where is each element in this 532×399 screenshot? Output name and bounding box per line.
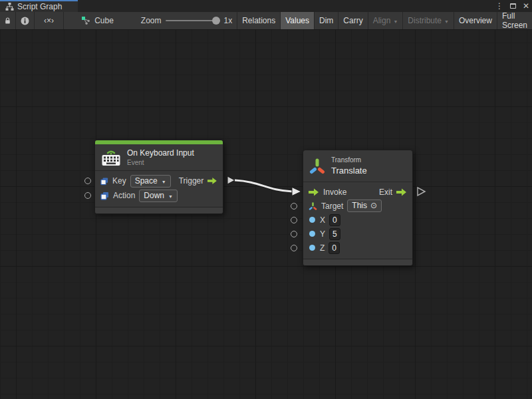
enum-type-icon (100, 192, 109, 200)
align-label: Align (373, 16, 391, 25)
object-picker-icon[interactable]: ⊙ (370, 201, 377, 211)
close-icon[interactable]: ✕ (523, 0, 529, 12)
node-on-keyboard-input[interactable]: On Keyboard Input Event Key Space ▼ (94, 140, 223, 214)
action-row: Action Down ▼ (100, 188, 217, 203)
invoke-exit-row: Invoke Exit (309, 185, 407, 199)
target-row: Target This ⊙ (309, 199, 407, 213)
graph-owner-button[interactable]: Cube (64, 12, 118, 29)
action-dropdown[interactable]: Down ▼ (139, 190, 178, 202)
info-icon (21, 17, 29, 25)
event-node-subtitle: Event (127, 159, 194, 166)
align-button[interactable]: Align ▼ (368, 12, 404, 29)
z-value-field[interactable]: 0 (329, 242, 340, 254)
y-label: Y (320, 229, 325, 239)
float-type-icon (309, 216, 316, 223)
action-input-port[interactable] (84, 192, 91, 199)
lock-icon (5, 17, 11, 25)
exit-output-port[interactable] (418, 188, 425, 196)
code-toggle-button[interactable]: ‹×› (35, 12, 64, 29)
target-object-value: This (352, 201, 367, 211)
fullscreen-label: Full Screen (502, 11, 527, 30)
transform-type-icon (309, 201, 317, 211)
toolbar: ‹×› Cube Zoom 1x Relations Values (0, 12, 532, 30)
target-label: Target (321, 201, 343, 211)
fullscreen-button[interactable]: Full Screen (497, 12, 532, 29)
float-type-icon (309, 230, 316, 237)
z-label: Z (320, 243, 325, 253)
key-dropdown[interactable]: Space ▼ (130, 175, 171, 188)
values-button[interactable]: Values (281, 12, 315, 29)
x-label: X (320, 215, 325, 225)
zoom-slider-handle[interactable] (212, 17, 220, 25)
trigger-flow-arrow-icon[interactable] (207, 177, 217, 185)
node-transform-translate[interactable]: Transform Translate Invoke Exit (303, 150, 413, 266)
target-object-field[interactable]: This ⊙ (347, 200, 382, 212)
wire-layer (0, 30, 532, 399)
key-input-port[interactable] (84, 178, 91, 184)
titlebar: Script Graph ⋮ ✕ (0, 0, 532, 12)
y-value-field[interactable]: 5 (329, 228, 340, 240)
overview-label: Overview (459, 16, 492, 25)
align-caret-icon: ▼ (393, 19, 398, 24)
window-controls: ⋮ ✕ (495, 0, 529, 12)
y-input-port[interactable] (291, 231, 297, 237)
relations-button[interactable]: Relations (237, 12, 281, 29)
tab-script-graph[interactable]: Script Graph (0, 0, 78, 12)
zoom-control: Zoom 1x (118, 12, 237, 29)
z-input-port[interactable] (291, 245, 297, 251)
exit-label: Exit (379, 188, 392, 197)
carry-button[interactable]: Carry (338, 12, 368, 29)
distribute-label: Distribute (408, 16, 442, 25)
script-graph-window: Script Graph ⋮ ✕ ‹×› (0, 0, 532, 399)
tab-label: Script Graph (17, 2, 62, 11)
key-dropdown-value: Space (135, 176, 158, 186)
action-label: Action (113, 191, 135, 200)
key-label: Key (112, 176, 126, 186)
graph-asset-icon (81, 16, 90, 25)
float-type-icon (309, 244, 316, 251)
event-node-header: On Keyboard Input Event (95, 144, 223, 171)
key-row: Key Space ▼ Trigger (100, 174, 217, 188)
distribute-button[interactable]: Distribute ▼ (403, 12, 454, 29)
graph-owner-label: Cube (94, 16, 114, 25)
values-label: Values (285, 16, 309, 25)
translate-node-header: Transform Translate (303, 150, 412, 182)
trigger-label: Trigger (179, 176, 204, 186)
action-dropdown-caret-icon: ▼ (168, 192, 173, 201)
x-value-field[interactable]: 0 (329, 214, 340, 226)
zoom-slider[interactable] (166, 20, 220, 21)
window-menu-icon[interactable]: ⋮ (495, 0, 503, 12)
connection-wire[interactable] (235, 180, 293, 192)
lock-button[interactable] (0, 12, 16, 29)
invoke-flow-arrow-icon[interactable] (309, 188, 319, 196)
toolbar-right-cluster: Relations Values Dim Carry Align ▼ Distr… (237, 12, 532, 29)
dim-button[interactable]: Dim (315, 12, 338, 29)
translate-node-footer (303, 259, 412, 265)
exit-flow-arrow-icon[interactable] (396, 188, 407, 196)
event-node-footer (95, 207, 223, 213)
graph-hierarchy-icon (5, 3, 14, 11)
x-row: X 0 (309, 213, 407, 227)
distribute-caret-icon: ▼ (444, 19, 449, 24)
carry-label: Carry (343, 16, 362, 25)
wire-outline (235, 180, 293, 192)
translate-node-category: Transform (331, 156, 367, 164)
keyboard-icon (101, 148, 121, 166)
invoke-label: Invoke (323, 188, 346, 197)
graph-canvas[interactable]: On Keyboard Input Event Key Space ▼ (0, 30, 532, 399)
x-input-port[interactable] (291, 217, 297, 223)
target-input-port[interactable] (291, 203, 297, 209)
wire-arrowhead (292, 188, 301, 196)
info-button[interactable] (16, 12, 35, 29)
zoom-value: 1x (224, 16, 233, 25)
trigger-output-port[interactable] (227, 176, 235, 184)
event-node-title: On Keyboard Input (127, 148, 194, 158)
overview-button[interactable]: Overview (454, 12, 497, 29)
translate-node-body: Invoke Exit Target This (303, 182, 412, 259)
key-dropdown-caret-icon: ▼ (162, 177, 166, 187)
relations-label: Relations (242, 16, 275, 25)
dim-label: Dim (319, 16, 333, 25)
enum-type-icon (100, 177, 108, 186)
maximize-icon[interactable] (510, 3, 516, 9)
event-node-body: Key Space ▼ Trigger Ac (95, 171, 223, 207)
